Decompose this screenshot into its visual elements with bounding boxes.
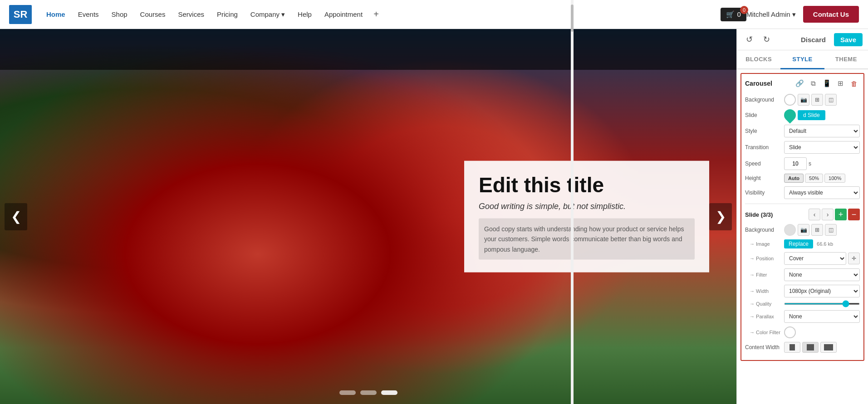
link-icon-btn[interactable]: 🔗 (794, 78, 805, 89)
nav-services[interactable]: Services (172, 8, 210, 21)
content-width-label: Content Width (745, 344, 781, 350)
speed-input[interactable] (784, 157, 807, 170)
duplicate-icon-btn[interactable]: ⊞ (834, 78, 846, 89)
carousel-dot-3[interactable] (381, 390, 397, 395)
image-controls: Replace 66.6 kb (784, 239, 860, 248)
tab-blocks[interactable]: BLOCKS (737, 50, 780, 69)
slide-next-btn[interactable]: › (822, 209, 834, 220)
copy-icon-btn[interactable]: ⧉ (807, 78, 819, 89)
replace-image-button[interactable]: Replace (784, 239, 813, 248)
slide-action-buttons: ‹ › + − (809, 209, 860, 220)
save-button[interactable]: Save (834, 33, 863, 46)
carousel-body[interactable]: Good copy starts with understanding how … (479, 219, 695, 260)
slide-label: Slide (745, 112, 781, 118)
style-select[interactable]: Default (784, 125, 860, 137)
position-icon-btn[interactable]: ✛ (848, 253, 860, 264)
cart-icon: 🛒 (726, 10, 735, 19)
delete-carousel-btn[interactable]: 🗑 (848, 78, 860, 89)
content-width-controls (784, 342, 860, 353)
admin-menu[interactable]: Mitchell Admin ▾ (746, 10, 796, 19)
position-select[interactable]: Cover Contain Fill (784, 252, 846, 265)
tab-theme[interactable]: THEME (824, 50, 868, 69)
slide-subsection: Slide (3/3) ‹ › + − Background (745, 204, 860, 353)
svg-rect-1 (807, 344, 814, 350)
carousel-background-row: Background 📷 ⊞ ◫ (745, 94, 860, 106)
contact-button[interactable]: Contact Us (803, 6, 859, 23)
carousel-next-button[interactable]: ❯ (709, 203, 732, 230)
content-width-full-btn[interactable] (820, 342, 837, 353)
add-slide-button[interactable]: d Slide (798, 110, 825, 120)
speed-unit: s (809, 161, 811, 167)
nav-home[interactable]: Home (41, 8, 71, 21)
slide-prev-btn[interactable]: ‹ (809, 209, 820, 220)
height-50-btn[interactable]: 50% (805, 174, 823, 183)
carousel-transition-row: Transition Slide (745, 141, 860, 154)
undo-button[interactable]: ↺ (742, 33, 756, 46)
bg-photo-btn[interactable]: 📷 (798, 94, 809, 106)
tab-style[interactable]: STYLE (780, 50, 824, 69)
nav-add-icon[interactable]: + (370, 7, 383, 21)
admin-label: Mitchell Admin ▾ (746, 10, 796, 19)
svg-rect-2 (824, 344, 833, 350)
carousel-speed-row: Speed s (745, 157, 860, 170)
nav-pricing[interactable]: Pricing (211, 8, 243, 21)
slide-color-filter-row: → Color Filter (745, 326, 860, 338)
slide-add-btn[interactable]: + (835, 209, 847, 220)
color-filter-swatch[interactable] (784, 326, 796, 338)
discard-button[interactable]: Discard (796, 33, 830, 46)
main-area: ❮ ❯ Edit this title Good writing is simp… (0, 29, 868, 404)
slide-quality-row: → Quality (745, 301, 860, 307)
carousel-dots (339, 390, 397, 395)
nav-appointment[interactable]: Appointment (319, 8, 368, 21)
position-label: → Position (745, 256, 781, 261)
carousel-title[interactable]: Edit this title (479, 173, 695, 196)
carousel-dot-1[interactable] (339, 390, 356, 395)
slide-delete-btn[interactable]: − (848, 209, 860, 220)
logo[interactable]: SR (9, 5, 32, 24)
cart-badge: 0 (740, 6, 748, 14)
carousel-dot-2[interactable] (360, 390, 377, 395)
slide-section-header: Slide (3/3) ‹ › + − (745, 209, 860, 220)
svg-rect-0 (790, 344, 795, 350)
nav-company[interactable]: Company ▾ (245, 8, 290, 21)
bg-gradient-btn[interactable]: ◫ (825, 94, 837, 106)
parallax-select[interactable]: None (784, 310, 860, 323)
filter-select[interactable]: None (784, 268, 860, 281)
chevron-left-icon: ❮ (11, 209, 21, 224)
slide-bg-gradient-btn[interactable]: ◫ (825, 224, 837, 236)
transition-select[interactable]: Slide (784, 141, 860, 154)
nav-help[interactable]: Help (292, 8, 317, 21)
slide-bg-grid-btn[interactable]: ⊞ (811, 224, 823, 236)
content-width-row: Content Width (745, 342, 860, 353)
height-auto-btn[interactable]: Auto (784, 174, 804, 183)
nav-links: Home Events Shop Courses Services Pricin… (41, 7, 717, 21)
slide-background-swatch[interactable] (784, 224, 796, 236)
background-color-swatch[interactable] (784, 94, 796, 106)
cart-button[interactable]: 🛒 0 0 (721, 8, 746, 21)
position-controls: Cover Contain Fill ✛ (784, 252, 860, 265)
slide-parallax-row: → Parallax None (745, 310, 860, 323)
nav-events[interactable]: Events (73, 8, 104, 21)
mobile-icon-btn[interactable]: 📱 (821, 78, 833, 89)
color-filter-controls (784, 326, 860, 338)
navbar: SR Home Events Shop Courses Services Pri… (0, 0, 868, 29)
carousel-subtitle[interactable]: Good writing is simple, but not simplist… (479, 202, 695, 211)
content-width-medium-btn[interactable] (802, 342, 819, 353)
height-100-btn[interactable]: 100% (824, 174, 845, 183)
panel-content: Carousel 🔗 ⧉ 📱 ⊞ 🗑 Background 📷 (737, 69, 868, 404)
visibility-select[interactable]: Always visible (784, 186, 860, 199)
transition-label: Transition (745, 144, 781, 151)
redo-button[interactable]: ↻ (760, 33, 773, 46)
style-label: Style (745, 128, 781, 134)
carousel-height-row: Height Auto 50% 100% (745, 174, 860, 183)
carousel-prev-button[interactable]: ❮ (5, 203, 27, 230)
quality-slider[interactable] (784, 303, 860, 305)
height-buttons: Auto 50% 100% (784, 174, 845, 183)
content-width-narrow-btn[interactable] (784, 342, 800, 353)
bg-grid-btn[interactable]: ⊞ (811, 94, 823, 106)
nav-courses[interactable]: Courses (135, 8, 171, 21)
width-select[interactable]: 1080px (Original) (784, 285, 860, 297)
nav-shop[interactable]: Shop (106, 8, 133, 21)
toolbar-left: ↺ ↻ (742, 33, 773, 46)
slide-bg-photo-btn[interactable]: 📷 (798, 224, 809, 236)
